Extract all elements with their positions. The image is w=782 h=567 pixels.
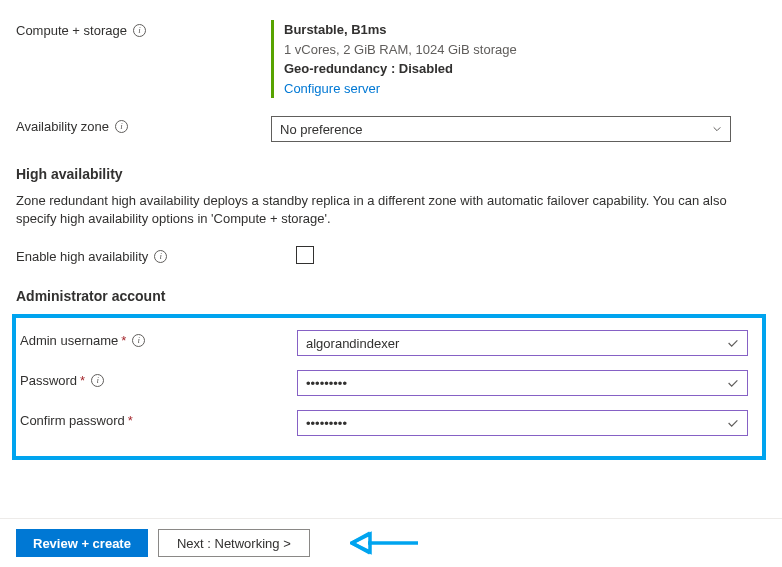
check-icon [726, 376, 740, 390]
chevron-down-icon [712, 124, 722, 134]
info-icon[interactable]: i [132, 334, 145, 347]
admin-username-input[interactable] [297, 330, 748, 356]
check-icon [726, 336, 740, 350]
check-icon [726, 416, 740, 430]
highlighted-admin-section: Admin username* i Password* i Confirm pa… [12, 314, 766, 460]
availability-zone-select[interactable]: No preference [271, 116, 731, 142]
compute-specs: 1 vCores, 2 GiB RAM, 1024 GiB storage [284, 40, 731, 60]
info-icon[interactable]: i [91, 374, 104, 387]
enable-ha-checkbox[interactable] [296, 246, 314, 264]
password-label: Password* i [16, 370, 297, 388]
info-icon[interactable]: i [115, 120, 128, 133]
compute-tier: Burstable, B1ms [284, 20, 731, 40]
enable-ha-label: Enable high availability i [16, 246, 296, 264]
confirm-password-input[interactable] [297, 410, 748, 436]
next-networking-button[interactable]: Next : Networking > [158, 529, 310, 557]
password-input[interactable] [297, 370, 748, 396]
info-icon[interactable]: i [133, 24, 146, 37]
review-create-button[interactable]: Review + create [16, 529, 148, 557]
admin-account-header: Administrator account [16, 288, 766, 304]
high-availability-header: High availability [16, 166, 766, 182]
wizard-footer: Review + create Next : Networking > [0, 518, 782, 567]
compute-storage-label: Compute + storage i [16, 20, 271, 38]
availability-zone-label: Availability zone i [16, 116, 271, 134]
compute-geo: Geo-redundancy : Disabled [284, 59, 731, 79]
arrow-icon [350, 529, 420, 557]
high-availability-desc: Zone redundant high availability deploys… [16, 192, 736, 228]
info-icon[interactable]: i [154, 250, 167, 263]
confirm-password-label: Confirm password* [16, 410, 297, 428]
configure-server-link[interactable]: Configure server [284, 79, 731, 99]
compute-storage-summary: Burstable, B1ms 1 vCores, 2 GiB RAM, 102… [271, 20, 731, 98]
admin-username-label: Admin username* i [16, 330, 297, 348]
